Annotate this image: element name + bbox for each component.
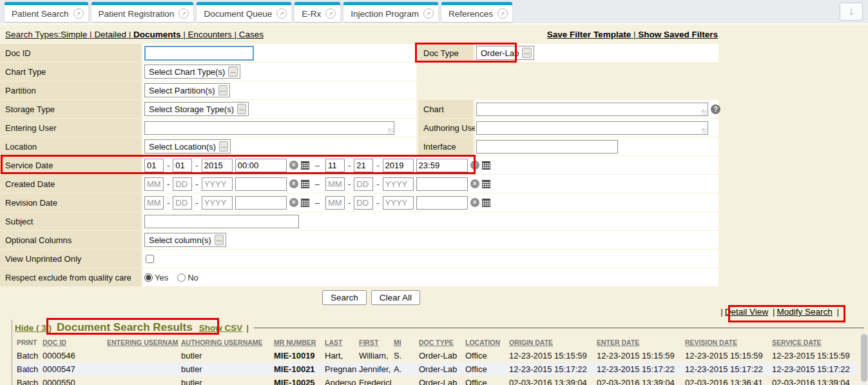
external-link-icon[interactable]: ↗ xyxy=(178,8,189,19)
column-header-revision-date[interactable]: REVISION DATE xyxy=(682,335,769,349)
tab-injection-program[interactable]: Injection Program ↗ xyxy=(343,2,438,22)
search-button[interactable]: Search xyxy=(322,290,367,305)
created-to-time-input[interactable] xyxy=(416,177,468,191)
external-link-icon[interactable]: ↗ xyxy=(325,8,336,19)
search-type-encounters[interactable]: Encounters xyxy=(188,30,232,39)
entering-user-input[interactable] xyxy=(144,121,394,135)
external-link-icon[interactable]: ↗ xyxy=(497,8,508,19)
resize-grip-icon[interactable] xyxy=(388,128,393,133)
clear-date-icon[interactable]: × xyxy=(470,161,479,170)
yes-radio[interactable] xyxy=(144,273,153,282)
revision-from-day-input[interactable] xyxy=(173,196,192,210)
column-header-entering-username[interactable]: ENTERING USERNAME xyxy=(104,335,178,349)
calendar-icon[interactable] xyxy=(301,161,309,170)
column-header-first[interactable]: FIRST xyxy=(356,335,391,349)
column-header-doc-id[interactable]: DOC ID xyxy=(40,335,104,349)
column-header-doc-type[interactable]: DOC TYPE xyxy=(416,335,463,349)
interface-input[interactable] xyxy=(476,140,618,153)
search-type-detailed[interactable]: Detailed xyxy=(94,30,126,39)
help-icon[interactable]: ? xyxy=(711,104,720,114)
table-cell[interactable]: Batch xyxy=(14,376,40,385)
revision-from-year-input[interactable] xyxy=(202,196,233,210)
revision-to-day-input[interactable] xyxy=(354,196,373,210)
service-to-day-input[interactable] xyxy=(354,159,373,172)
hide-results-link[interactable]: Hide ( 3 ) xyxy=(15,323,52,333)
service-from-day-input[interactable] xyxy=(173,159,192,172)
service-to-time-input[interactable] xyxy=(416,159,468,172)
revision-to-year-input[interactable] xyxy=(383,196,414,210)
show-csv-link[interactable]: Show CSV xyxy=(199,323,243,333)
created-from-month-input[interactable] xyxy=(144,177,164,191)
search-type-cases[interactable]: Cases xyxy=(239,30,264,39)
created-from-year-input[interactable] xyxy=(202,177,233,191)
table-cell[interactable]: 0000546 xyxy=(40,349,104,362)
column-header-mr-number[interactable]: MR NUMBER xyxy=(271,335,322,349)
clear-date-icon[interactable]: × xyxy=(289,179,298,188)
resize-grip-icon[interactable] xyxy=(702,128,707,133)
authoring-user-input[interactable] xyxy=(476,121,708,135)
search-type-simple[interactable]: Simple xyxy=(61,30,87,39)
chart-type-select-button[interactable]: Select Chart Type(s) ... xyxy=(144,64,240,79)
tab-e-rx[interactable]: E-Rx ↗ xyxy=(294,2,340,22)
revision-to-time-input[interactable] xyxy=(416,196,468,210)
calendar-icon[interactable] xyxy=(482,199,490,207)
clear-all-button[interactable]: Clear All xyxy=(371,290,420,305)
created-to-year-input[interactable] xyxy=(383,177,414,191)
service-from-year-input[interactable] xyxy=(202,159,233,172)
respect-quality-no-option[interactable]: No xyxy=(177,273,198,282)
external-link-icon[interactable]: ↗ xyxy=(423,8,434,19)
search-type-documents[interactable]: Documents xyxy=(133,30,181,39)
resize-grip-icon[interactable] xyxy=(702,110,707,115)
revision-from-month-input[interactable] xyxy=(144,196,164,210)
service-from-month-input[interactable] xyxy=(144,159,164,172)
clear-date-icon[interactable]: × xyxy=(289,198,298,207)
calendar-icon[interactable] xyxy=(301,180,309,188)
chart-input[interactable] xyxy=(476,103,708,116)
storage-type-select-button[interactable]: Select Storage Type(s) ... xyxy=(144,102,249,116)
optional-columns-select-button[interactable]: Select column(s) ... xyxy=(144,233,226,247)
location-select-button[interactable]: Select Location(s) ... xyxy=(144,139,231,153)
scroll-down-button[interactable]: ↓ xyxy=(840,3,863,21)
column-header-location[interactable]: LOCATION xyxy=(463,335,506,349)
table-cell[interactable]: Batch xyxy=(14,349,40,362)
external-link-icon[interactable]: ↗ xyxy=(73,8,84,19)
tab-patient-registration[interactable]: Patient Registration ↗ xyxy=(92,2,194,22)
service-to-month-input[interactable] xyxy=(325,159,345,172)
table-cell[interactable]: Batch xyxy=(14,362,40,376)
created-to-month-input[interactable] xyxy=(325,177,345,191)
tab-references[interactable]: References ↗ xyxy=(441,2,512,22)
clear-date-icon[interactable]: × xyxy=(470,198,479,207)
revision-from-time-input[interactable] xyxy=(235,196,287,210)
calendar-icon[interactable] xyxy=(482,180,490,188)
results-scrollbar[interactable] xyxy=(860,333,868,385)
column-header-origin-date[interactable]: ORIGIN DATE xyxy=(506,335,594,349)
scrollbar-thumb[interactable] xyxy=(861,334,867,382)
service-from-time-input[interactable] xyxy=(235,159,287,172)
service-to-year-input[interactable] xyxy=(383,159,414,172)
column-header-authoring-username[interactable]: AUTHORING USERNAME xyxy=(178,335,271,349)
no-radio[interactable] xyxy=(177,273,186,282)
calendar-icon[interactable] xyxy=(482,161,490,170)
partition-select-button[interactable]: Select Partition(s) ... xyxy=(144,83,230,97)
column-header-last[interactable]: LAST xyxy=(322,335,356,349)
modify-search-link[interactable]: Modify Search xyxy=(776,307,832,317)
created-to-day-input[interactable] xyxy=(354,177,373,191)
revision-to-month-input[interactable] xyxy=(325,196,345,210)
column-header-mi[interactable]: MI xyxy=(391,335,416,349)
clear-date-icon[interactable]: × xyxy=(289,161,298,170)
view-unprinted-checkbox[interactable] xyxy=(146,255,154,263)
table-cell[interactable]: 0000547 xyxy=(40,362,104,376)
tab-patient-search[interactable]: Patient Search ↗ xyxy=(5,2,88,22)
column-header-enter-date[interactable]: ENTER DATE xyxy=(594,335,682,349)
created-from-day-input[interactable] xyxy=(173,177,192,191)
show-saved-filters-link[interactable]: Show Saved Filters xyxy=(638,30,718,39)
external-link-icon[interactable]: ↗ xyxy=(276,8,287,19)
table-cell[interactable]: 0000550 xyxy=(40,376,104,385)
column-header-service-date[interactable]: SERVICE DATE xyxy=(769,335,857,349)
doc-id-input[interactable] xyxy=(144,46,254,61)
detail-view-link[interactable]: Detail View xyxy=(725,307,768,317)
save-filter-template-link[interactable]: Save Filter Template xyxy=(547,30,631,39)
calendar-icon[interactable] xyxy=(301,199,309,207)
respect-quality-yes-option[interactable]: Yes xyxy=(144,273,168,282)
doc-type-select-button[interactable]: Order-Lab ... xyxy=(476,46,534,60)
